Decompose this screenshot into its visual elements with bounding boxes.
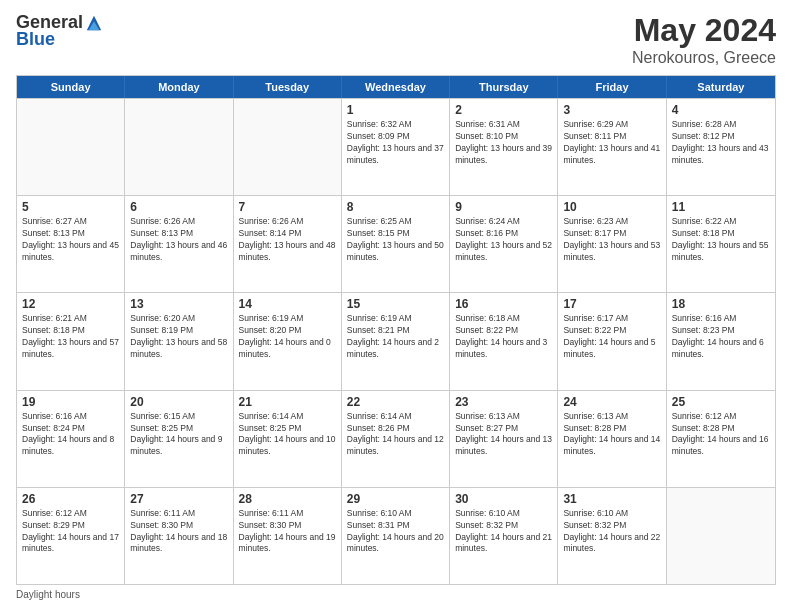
calendar-cell: 23Sunrise: 6:13 AMSunset: 8:27 PMDayligh… [450, 391, 558, 487]
day-info: Sunrise: 6:10 AMSunset: 8:32 PMDaylight:… [455, 508, 552, 556]
day-number: 2 [455, 103, 552, 117]
calendar-cell: 15Sunrise: 6:19 AMSunset: 8:21 PMDayligh… [342, 293, 450, 389]
calendar-cell: 2Sunrise: 6:31 AMSunset: 8:10 PMDaylight… [450, 99, 558, 195]
day-number: 30 [455, 492, 552, 506]
day-number: 31 [563, 492, 660, 506]
calendar-week: 19Sunrise: 6:16 AMSunset: 8:24 PMDayligh… [17, 390, 775, 487]
day-info: Sunrise: 6:25 AMSunset: 8:15 PMDaylight:… [347, 216, 444, 264]
day-number: 22 [347, 395, 444, 409]
day-number: 6 [130, 200, 227, 214]
day-number: 15 [347, 297, 444, 311]
calendar-header-cell: Saturday [667, 76, 775, 98]
day-number: 4 [672, 103, 770, 117]
logo-icon [85, 14, 103, 32]
calendar-header-cell: Tuesday [234, 76, 342, 98]
calendar-cell: 5Sunrise: 6:27 AMSunset: 8:13 PMDaylight… [17, 196, 125, 292]
calendar-week: 26Sunrise: 6:12 AMSunset: 8:29 PMDayligh… [17, 487, 775, 584]
calendar-cell: 8Sunrise: 6:25 AMSunset: 8:15 PMDaylight… [342, 196, 450, 292]
day-number: 12 [22, 297, 119, 311]
day-info: Sunrise: 6:20 AMSunset: 8:19 PMDaylight:… [130, 313, 227, 361]
calendar-cell [234, 99, 342, 195]
day-number: 18 [672, 297, 770, 311]
calendar-cell: 1Sunrise: 6:32 AMSunset: 8:09 PMDaylight… [342, 99, 450, 195]
day-info: Sunrise: 6:28 AMSunset: 8:12 PMDaylight:… [672, 119, 770, 167]
day-number: 11 [672, 200, 770, 214]
calendar-cell: 16Sunrise: 6:18 AMSunset: 8:22 PMDayligh… [450, 293, 558, 389]
day-info: Sunrise: 6:21 AMSunset: 8:18 PMDaylight:… [22, 313, 119, 361]
footer-note: Daylight hours [16, 589, 776, 600]
day-info: Sunrise: 6:14 AMSunset: 8:25 PMDaylight:… [239, 411, 336, 459]
calendar-cell: 22Sunrise: 6:14 AMSunset: 8:26 PMDayligh… [342, 391, 450, 487]
calendar-cell: 31Sunrise: 6:10 AMSunset: 8:32 PMDayligh… [558, 488, 666, 584]
day-number: 20 [130, 395, 227, 409]
logo-blue-text: Blue [16, 29, 55, 50]
location-title: Nerokouros, Greece [632, 49, 776, 67]
day-info: Sunrise: 6:27 AMSunset: 8:13 PMDaylight:… [22, 216, 119, 264]
day-number: 23 [455, 395, 552, 409]
day-number: 24 [563, 395, 660, 409]
page: General Blue May 2024 Nerokouros, Greece… [0, 0, 792, 612]
day-info: Sunrise: 6:23 AMSunset: 8:17 PMDaylight:… [563, 216, 660, 264]
day-number: 5 [22, 200, 119, 214]
calendar-cell: 25Sunrise: 6:12 AMSunset: 8:28 PMDayligh… [667, 391, 775, 487]
calendar-header-cell: Monday [125, 76, 233, 98]
calendar-week: 12Sunrise: 6:21 AMSunset: 8:18 PMDayligh… [17, 292, 775, 389]
day-info: Sunrise: 6:11 AMSunset: 8:30 PMDaylight:… [130, 508, 227, 556]
calendar-cell: 11Sunrise: 6:22 AMSunset: 8:18 PMDayligh… [667, 196, 775, 292]
logo: General Blue [16, 12, 103, 50]
calendar-header-cell: Thursday [450, 76, 558, 98]
calendar-cell: 6Sunrise: 6:26 AMSunset: 8:13 PMDaylight… [125, 196, 233, 292]
day-info: Sunrise: 6:24 AMSunset: 8:16 PMDaylight:… [455, 216, 552, 264]
header: General Blue May 2024 Nerokouros, Greece [16, 12, 776, 67]
calendar-cell [17, 99, 125, 195]
calendar-cell: 10Sunrise: 6:23 AMSunset: 8:17 PMDayligh… [558, 196, 666, 292]
day-number: 19 [22, 395, 119, 409]
day-info: Sunrise: 6:31 AMSunset: 8:10 PMDaylight:… [455, 119, 552, 167]
day-number: 26 [22, 492, 119, 506]
day-info: Sunrise: 6:18 AMSunset: 8:22 PMDaylight:… [455, 313, 552, 361]
day-number: 10 [563, 200, 660, 214]
calendar-cell: 28Sunrise: 6:11 AMSunset: 8:30 PMDayligh… [234, 488, 342, 584]
calendar-cell: 12Sunrise: 6:21 AMSunset: 8:18 PMDayligh… [17, 293, 125, 389]
calendar-cell: 21Sunrise: 6:14 AMSunset: 8:25 PMDayligh… [234, 391, 342, 487]
day-info: Sunrise: 6:13 AMSunset: 8:27 PMDaylight:… [455, 411, 552, 459]
day-info: Sunrise: 6:12 AMSunset: 8:28 PMDaylight:… [672, 411, 770, 459]
day-number: 29 [347, 492, 444, 506]
day-number: 14 [239, 297, 336, 311]
day-number: 8 [347, 200, 444, 214]
day-info: Sunrise: 6:17 AMSunset: 8:22 PMDaylight:… [563, 313, 660, 361]
day-number: 1 [347, 103, 444, 117]
day-number: 21 [239, 395, 336, 409]
day-number: 16 [455, 297, 552, 311]
calendar-header-cell: Sunday [17, 76, 125, 98]
day-info: Sunrise: 6:19 AMSunset: 8:20 PMDaylight:… [239, 313, 336, 361]
day-info: Sunrise: 6:32 AMSunset: 8:09 PMDaylight:… [347, 119, 444, 167]
calendar-header-cell: Friday [558, 76, 666, 98]
calendar-cell: 7Sunrise: 6:26 AMSunset: 8:14 PMDaylight… [234, 196, 342, 292]
day-info: Sunrise: 6:13 AMSunset: 8:28 PMDaylight:… [563, 411, 660, 459]
calendar-cell: 30Sunrise: 6:10 AMSunset: 8:32 PMDayligh… [450, 488, 558, 584]
day-info: Sunrise: 6:16 AMSunset: 8:24 PMDaylight:… [22, 411, 119, 459]
calendar-cell: 4Sunrise: 6:28 AMSunset: 8:12 PMDaylight… [667, 99, 775, 195]
day-number: 28 [239, 492, 336, 506]
day-number: 27 [130, 492, 227, 506]
day-info: Sunrise: 6:14 AMSunset: 8:26 PMDaylight:… [347, 411, 444, 459]
day-info: Sunrise: 6:10 AMSunset: 8:31 PMDaylight:… [347, 508, 444, 556]
calendar-week: 1Sunrise: 6:32 AMSunset: 8:09 PMDaylight… [17, 98, 775, 195]
day-info: Sunrise: 6:22 AMSunset: 8:18 PMDaylight:… [672, 216, 770, 264]
calendar-header-cell: Wednesday [342, 76, 450, 98]
calendar-cell: 9Sunrise: 6:24 AMSunset: 8:16 PMDaylight… [450, 196, 558, 292]
month-title: May 2024 [632, 12, 776, 49]
day-number: 25 [672, 395, 770, 409]
calendar: SundayMondayTuesdayWednesdayThursdayFrid… [16, 75, 776, 585]
calendar-cell: 3Sunrise: 6:29 AMSunset: 8:11 PMDaylight… [558, 99, 666, 195]
calendar-cell: 13Sunrise: 6:20 AMSunset: 8:19 PMDayligh… [125, 293, 233, 389]
day-info: Sunrise: 6:26 AMSunset: 8:14 PMDaylight:… [239, 216, 336, 264]
day-number: 13 [130, 297, 227, 311]
calendar-cell: 20Sunrise: 6:15 AMSunset: 8:25 PMDayligh… [125, 391, 233, 487]
calendar-cell: 26Sunrise: 6:12 AMSunset: 8:29 PMDayligh… [17, 488, 125, 584]
day-number: 17 [563, 297, 660, 311]
calendar-cell: 27Sunrise: 6:11 AMSunset: 8:30 PMDayligh… [125, 488, 233, 584]
day-info: Sunrise: 6:29 AMSunset: 8:11 PMDaylight:… [563, 119, 660, 167]
day-info: Sunrise: 6:12 AMSunset: 8:29 PMDaylight:… [22, 508, 119, 556]
